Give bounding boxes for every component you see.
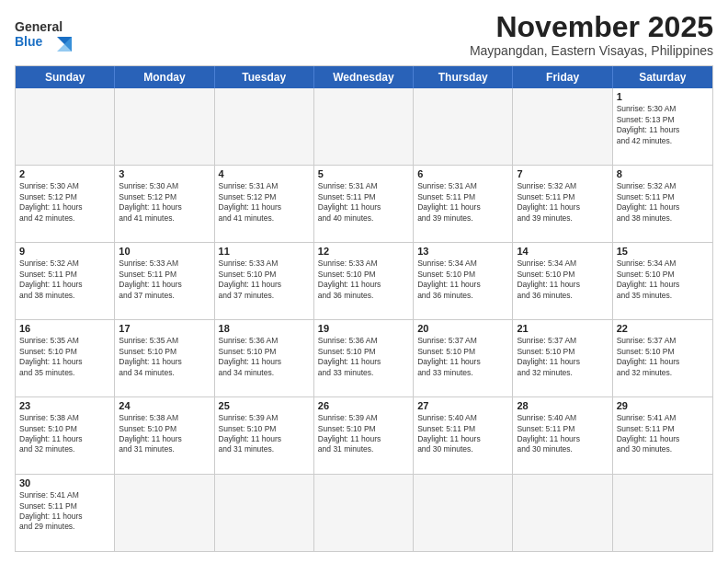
day-cell-19: 19Sunrise: 5:36 AM Sunset: 5:10 PM Dayli… <box>314 320 414 396</box>
day-cell-29: 29Sunrise: 5:41 AM Sunset: 5:11 PM Dayli… <box>613 397 712 474</box>
day-number: 8 <box>617 168 709 179</box>
day-info: Sunrise: 5:35 AM Sunset: 5:10 PM Dayligh… <box>19 336 110 378</box>
calendar-header-row: SundayMondayTuesdayWednesdayThursdayFrid… <box>16 66 712 88</box>
calendar-row-5: 23Sunrise: 5:38 AM Sunset: 5:10 PM Dayli… <box>16 396 712 474</box>
header-cell-wednesday: Wednesday <box>314 66 414 88</box>
day-info: Sunrise: 5:33 AM Sunset: 5:10 PM Dayligh… <box>219 259 310 301</box>
empty-cell <box>215 475 314 551</box>
day-cell-28: 28Sunrise: 5:40 AM Sunset: 5:11 PM Dayli… <box>513 397 612 474</box>
day-info: Sunrise: 5:34 AM Sunset: 5:10 PM Dayligh… <box>617 259 709 301</box>
day-number: 2 <box>19 168 110 179</box>
day-info: Sunrise: 5:34 AM Sunset: 5:10 PM Dayligh… <box>417 259 508 301</box>
day-cell-18: 18Sunrise: 5:36 AM Sunset: 5:10 PM Dayli… <box>215 320 314 396</box>
day-info: Sunrise: 5:35 AM Sunset: 5:10 PM Dayligh… <box>119 336 210 378</box>
header-cell-friday: Friday <box>513 66 612 88</box>
day-info: Sunrise: 5:41 AM Sunset: 5:11 PM Dayligh… <box>19 490 110 533</box>
day-number: 19 <box>318 323 409 334</box>
header-cell-thursday: Thursday <box>414 66 513 88</box>
day-cell-7: 7Sunrise: 5:32 AM Sunset: 5:11 PM Daylig… <box>513 166 612 242</box>
day-cell-22: 22Sunrise: 5:37 AM Sunset: 5:10 PM Dayli… <box>613 320 712 396</box>
empty-cell <box>414 88 513 165</box>
day-cell-1: 1Sunrise: 5:30 AM Sunset: 5:13 PM Daylig… <box>613 88 712 165</box>
day-cell-15: 15Sunrise: 5:34 AM Sunset: 5:10 PM Dayli… <box>613 243 712 319</box>
day-cell-9: 9Sunrise: 5:32 AM Sunset: 5:11 PM Daylig… <box>16 243 115 319</box>
empty-cell <box>16 88 115 165</box>
header-cell-sunday: Sunday <box>16 66 115 88</box>
day-number: 11 <box>219 246 310 257</box>
empty-cell <box>115 88 214 165</box>
header: General Blue November 2025 Maypangdan, E… <box>15 11 713 58</box>
day-number: 27 <box>417 400 508 411</box>
day-number: 25 <box>219 400 310 411</box>
day-cell-21: 21Sunrise: 5:37 AM Sunset: 5:10 PM Dayli… <box>513 320 612 396</box>
day-cell-5: 5Sunrise: 5:31 AM Sunset: 5:11 PM Daylig… <box>314 166 414 242</box>
calendar-row-1: 1Sunrise: 5:30 AM Sunset: 5:13 PM Daylig… <box>16 88 712 165</box>
day-cell-30: 30Sunrise: 5:41 AM Sunset: 5:11 PM Dayli… <box>16 475 115 551</box>
empty-cell <box>513 88 612 165</box>
day-cell-26: 26Sunrise: 5:39 AM Sunset: 5:10 PM Dayli… <box>314 397 414 474</box>
day-info: Sunrise: 5:39 AM Sunset: 5:10 PM Dayligh… <box>219 413 310 455</box>
day-number: 30 <box>19 477 110 488</box>
day-cell-23: 23Sunrise: 5:38 AM Sunset: 5:10 PM Dayli… <box>16 397 115 474</box>
day-number: 15 <box>617 246 709 257</box>
day-info: Sunrise: 5:34 AM Sunset: 5:10 PM Dayligh… <box>517 259 608 301</box>
logo-svg: General Blue <box>15 11 88 55</box>
empty-cell <box>314 475 414 551</box>
day-info: Sunrise: 5:38 AM Sunset: 5:10 PM Dayligh… <box>19 413 110 455</box>
day-info: Sunrise: 5:37 AM Sunset: 5:10 PM Dayligh… <box>517 336 608 378</box>
empty-cell <box>513 475 612 551</box>
day-number: 17 <box>119 323 210 334</box>
day-cell-4: 4Sunrise: 5:31 AM Sunset: 5:12 PM Daylig… <box>215 166 314 242</box>
day-info: Sunrise: 5:36 AM Sunset: 5:10 PM Dayligh… <box>318 336 409 378</box>
day-info: Sunrise: 5:32 AM Sunset: 5:11 PM Dayligh… <box>617 181 709 224</box>
day-cell-16: 16Sunrise: 5:35 AM Sunset: 5:10 PM Dayli… <box>16 320 115 396</box>
calendar-body: 1Sunrise: 5:30 AM Sunset: 5:13 PM Daylig… <box>16 88 712 551</box>
calendar: SundayMondayTuesdayWednesdayThursdayFrid… <box>15 65 713 552</box>
day-cell-12: 12Sunrise: 5:33 AM Sunset: 5:10 PM Dayli… <box>314 243 414 319</box>
day-info: Sunrise: 5:33 AM Sunset: 5:10 PM Dayligh… <box>318 259 409 301</box>
day-info: Sunrise: 5:39 AM Sunset: 5:10 PM Dayligh… <box>318 413 409 455</box>
day-cell-2: 2Sunrise: 5:30 AM Sunset: 5:12 PM Daylig… <box>16 166 115 242</box>
day-number: 12 <box>318 246 409 257</box>
day-info: Sunrise: 5:40 AM Sunset: 5:11 PM Dayligh… <box>517 413 608 455</box>
day-info: Sunrise: 5:31 AM Sunset: 5:11 PM Dayligh… <box>417 181 508 224</box>
day-number: 13 <box>417 246 508 257</box>
header-cell-saturday: Saturday <box>613 66 712 88</box>
day-number: 3 <box>119 168 210 179</box>
day-number: 6 <box>417 168 508 179</box>
day-info: Sunrise: 5:37 AM Sunset: 5:10 PM Dayligh… <box>417 336 508 378</box>
day-info: Sunrise: 5:37 AM Sunset: 5:10 PM Dayligh… <box>617 336 709 378</box>
day-number: 9 <box>19 246 110 257</box>
day-cell-10: 10Sunrise: 5:33 AM Sunset: 5:11 PM Dayli… <box>115 243 214 319</box>
day-number: 21 <box>517 323 608 334</box>
empty-cell <box>115 475 214 551</box>
day-cell-20: 20Sunrise: 5:37 AM Sunset: 5:10 PM Dayli… <box>414 320 513 396</box>
day-number: 29 <box>617 400 709 411</box>
day-number: 16 <box>19 323 110 334</box>
day-number: 5 <box>318 168 409 179</box>
svg-text:Blue: Blue <box>15 34 43 49</box>
day-cell-6: 6Sunrise: 5:31 AM Sunset: 5:11 PM Daylig… <box>414 166 513 242</box>
calendar-row-2: 2Sunrise: 5:30 AM Sunset: 5:12 PM Daylig… <box>16 165 712 242</box>
day-info: Sunrise: 5:41 AM Sunset: 5:11 PM Dayligh… <box>617 413 709 455</box>
day-cell-3: 3Sunrise: 5:30 AM Sunset: 5:12 PM Daylig… <box>115 166 214 242</box>
day-info: Sunrise: 5:36 AM Sunset: 5:10 PM Dayligh… <box>219 336 310 378</box>
day-number: 4 <box>219 168 310 179</box>
day-number: 14 <box>517 246 608 257</box>
day-number: 22 <box>617 323 709 334</box>
day-number: 20 <box>417 323 508 334</box>
day-info: Sunrise: 5:30 AM Sunset: 5:13 PM Dayligh… <box>617 104 709 146</box>
header-cell-tuesday: Tuesday <box>215 66 314 88</box>
day-info: Sunrise: 5:38 AM Sunset: 5:10 PM Dayligh… <box>119 413 210 455</box>
day-number: 7 <box>517 168 608 179</box>
day-number: 26 <box>318 400 409 411</box>
day-number: 28 <box>517 400 608 411</box>
month-title: November 2025 <box>470 11 713 43</box>
page: General Blue November 2025 Maypangdan, E… <box>0 0 728 563</box>
calendar-row-3: 9Sunrise: 5:32 AM Sunset: 5:11 PM Daylig… <box>16 242 712 319</box>
day-info: Sunrise: 5:40 AM Sunset: 5:11 PM Dayligh… <box>417 413 508 455</box>
svg-text:General: General <box>15 19 63 34</box>
day-number: 24 <box>119 400 210 411</box>
day-cell-17: 17Sunrise: 5:35 AM Sunset: 5:10 PM Dayli… <box>115 320 214 396</box>
day-info: Sunrise: 5:30 AM Sunset: 5:12 PM Dayligh… <box>119 181 210 224</box>
